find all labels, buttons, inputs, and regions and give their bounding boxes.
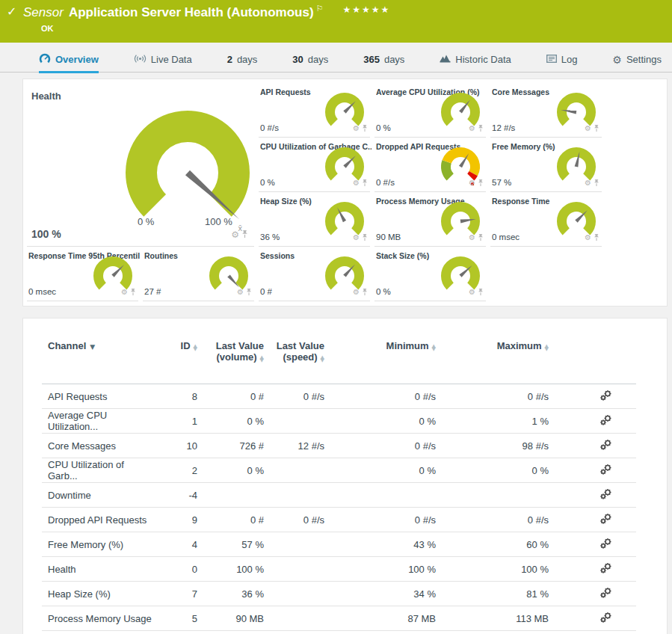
edit-channel-gears-icon[interactable] (600, 589, 612, 600)
edit-channel-gears-icon[interactable] (600, 416, 612, 428)
sort-icon: ▲▼ (194, 345, 197, 351)
minimum-cell: 100 % (324, 557, 436, 582)
gauge-pin-icon[interactable] (362, 176, 368, 190)
gauge-tile-response-time: Response Time0 msec⚙ (490, 192, 602, 247)
maximum-cell: 81 % (436, 582, 549, 606)
gauge-settings-gear-icon[interactable]: ⚙ (585, 179, 591, 187)
channel-actions-cell[interactable] (549, 384, 636, 409)
tab-30-days[interactable]: 30 days (292, 52, 328, 72)
channel-name-cell[interactable]: API Requests (42, 384, 152, 409)
channel-name-cell[interactable]: Process Memory Usage (42, 606, 152, 631)
gauge-pin-icon[interactable] (478, 122, 484, 135)
minimum-cell: 0 % (324, 458, 436, 483)
channel-actions-cell[interactable] (549, 434, 636, 458)
channel-name-cell[interactable]: Dropped API Requests (42, 508, 152, 532)
edit-channel-gears-icon[interactable] (600, 490, 612, 502)
channel-name-cell[interactable]: Heap Size (%) (42, 582, 152, 606)
priority-flag-icon[interactable]: ⚐ (316, 4, 324, 13)
gauge-settings-gear-icon[interactable]: ⚙ (353, 234, 360, 241)
edit-channel-gears-icon[interactable] (600, 614, 612, 625)
tab-log[interactable]: Log (546, 52, 578, 72)
channel-actions-cell[interactable] (549, 508, 636, 532)
table-row: Dropped API Requests90 #0 #/s0 #/s0 #/s (42, 508, 636, 532)
gauge-tile-value: 0 #/s (376, 178, 395, 187)
column-header-maximum[interactable]: Maximum▲▼ (436, 337, 549, 384)
object-kind-label: Sensor (23, 5, 64, 19)
table-row: Average CPU Utilization...10 %0 %1 % (42, 409, 636, 434)
gauge-tile-average-cpu-utilization: Average CPU Utilization (%)0 %⚙ (374, 83, 486, 138)
channel-name-cell[interactable]: Free Memory (%) (42, 532, 152, 557)
gauge-settings-gear-icon[interactable]: ⚙ (469, 125, 475, 132)
gauge-settings-gear-icon[interactable]: ⚙ (469, 179, 475, 187)
column-header-last-value-speed[interactable]: Last Value (speed)▲▼ (264, 337, 324, 384)
gauge-pin-icon[interactable] (241, 228, 248, 241)
tab-live-data[interactable]: Live Data (134, 52, 192, 72)
edit-channel-gears-icon[interactable] (600, 540, 612, 551)
channel-id-cell: 7 (152, 582, 197, 606)
gauge-settings-gear-icon[interactable]: ⚙ (353, 125, 360, 132)
column-header-id[interactable]: ID▲▼ (152, 337, 197, 384)
gauge-icon (39, 53, 51, 66)
gauge-pin-icon[interactable] (362, 231, 368, 244)
tab-2-days[interactable]: 2 days (227, 52, 258, 72)
channel-actions-cell[interactable] (549, 532, 636, 557)
channel-name-cell[interactable]: Health (42, 557, 152, 582)
tab-settings[interactable]: ⚙ Settings (612, 52, 662, 72)
tab-overview[interactable]: Overview (39, 52, 99, 73)
channel-actions-cell[interactable] (549, 606, 636, 631)
health-gauge-value: 100 % (31, 228, 61, 240)
gauge-pin-icon[interactable] (130, 286, 136, 299)
gauge-settings-gear-icon[interactable]: ⚙ (469, 234, 475, 241)
channel-name-cell[interactable]: Downtime (42, 483, 152, 508)
gauge-settings-gear-icon[interactable]: ⚙ (353, 289, 360, 296)
column-header-actions (549, 337, 636, 384)
edit-channel-gears-icon[interactable] (600, 392, 612, 403)
health-gauge: x̄ (111, 102, 268, 234)
gauge-settings-gear-icon[interactable]: ⚙ (121, 289, 128, 296)
channel-name-cell[interactable]: Core Messages (42, 434, 152, 458)
minimum-cell: 87 MB (324, 606, 436, 631)
gauge-settings-gear-icon[interactable]: ⚙ (237, 289, 244, 296)
channel-name-cell[interactable]: Average CPU Utilization... (42, 409, 152, 434)
gauge-settings-gear-icon[interactable]: ⚙ (469, 289, 475, 296)
priority-stars[interactable]: ★★★★★ (343, 4, 391, 15)
column-header-minimum[interactable]: Minimum▲▼ (324, 337, 436, 384)
gauge-settings-gear-icon[interactable]: ⚙ (353, 179, 360, 187)
edit-channel-gears-icon[interactable] (600, 441, 612, 452)
channel-table-body: API Requests80 #0 #/s0 #/s0 #/sAverage C… (42, 384, 636, 631)
gauge-pin-icon[interactable] (478, 286, 484, 299)
edit-channel-gears-icon[interactable] (600, 466, 612, 477)
gauge-settings-gear-icon[interactable]: ⚙ (231, 230, 239, 239)
channel-actions-cell[interactable] (549, 557, 636, 582)
channel-actions-cell[interactable] (549, 582, 636, 606)
tab-365-days[interactable]: 365 days (363, 52, 404, 72)
edit-channel-gears-icon[interactable] (600, 564, 612, 576)
gauge-settings-gear-icon[interactable]: ⚙ (585, 125, 591, 132)
gauge-tile-value: 0 msec (28, 287, 56, 296)
column-header-last-value-volume[interactable]: Last Value (volume)▲▼ (197, 337, 264, 384)
last-value-speed-cell (264, 458, 324, 483)
gauge-pin-icon[interactable] (246, 286, 252, 299)
gauge-pin-icon[interactable] (362, 286, 368, 299)
channel-actions-cell[interactable] (549, 409, 636, 434)
gauge-pin-icon[interactable] (594, 176, 599, 190)
gauge-tile-value: 27 # (144, 287, 161, 296)
sort-icon: ▲▼ (432, 345, 436, 351)
edit-channel-gears-icon[interactable] (600, 515, 612, 526)
gauge-settings-gear-icon[interactable]: ⚙ (585, 234, 591, 241)
gauge-pin-icon[interactable] (362, 122, 368, 135)
table-row: Free Memory (%)457 %43 %60 % (42, 532, 636, 557)
channel-name-cell[interactable]: CPU Utilization of Garb... (42, 458, 152, 483)
gauge-pin-icon[interactable] (478, 176, 484, 190)
channel-actions-cell[interactable] (549, 458, 636, 483)
health-gauge-tile: Health x̄ 0 % 100 % 100 % ⚙ (27, 83, 254, 247)
tab-historic-data[interactable]: Historic Data (440, 52, 511, 72)
gauge-pin-icon[interactable] (594, 122, 599, 135)
gauge-pin-icon[interactable] (594, 231, 599, 244)
column-header-channel[interactable]: Channel▼ (42, 337, 152, 384)
gauge-pin-icon[interactable] (478, 231, 484, 244)
broadcast-icon (134, 54, 147, 66)
maximum-cell: 113 MB (436, 606, 549, 631)
last-value-speed-cell (264, 582, 324, 606)
channel-actions-cell[interactable] (549, 483, 636, 508)
